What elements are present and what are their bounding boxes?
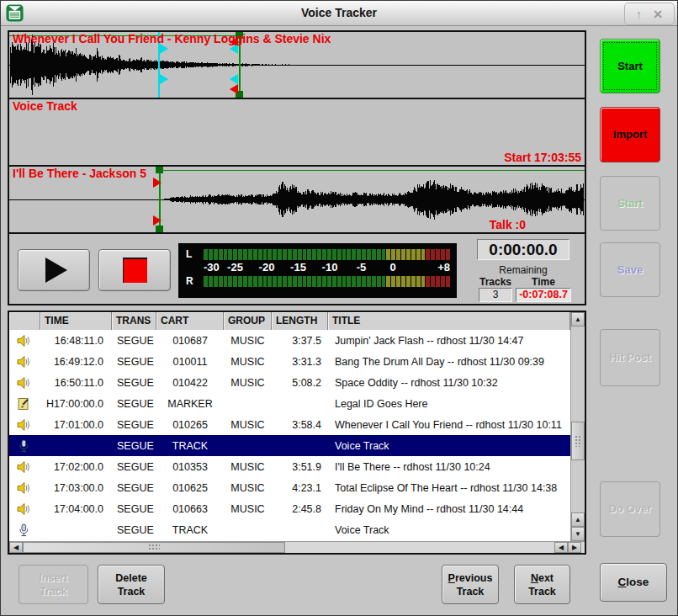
start-marker-icon[interactable] [153, 178, 162, 188]
log-row[interactable]: H17:00:00.0SEGUEMARKERLegal ID Goes Here [9, 393, 570, 414]
cell-cart: 010625 [156, 482, 224, 494]
start-handle-icon[interactable] [156, 226, 163, 232]
remaining-tracks-label: Tracks [477, 276, 514, 288]
start-marker-icon[interactable] [153, 215, 162, 226]
transport-bar: L -30-25-20-15-10-50+8 R 0:00:00.0 Remai… [9, 234, 585, 304]
close-button[interactable]: Close [600, 563, 667, 602]
meter-left-bar [204, 249, 450, 260]
meter-right-bar [204, 276, 450, 287]
cell-group: MUSIC [224, 503, 272, 515]
column-header-trans[interactable]: TRANS [112, 312, 156, 330]
play-button[interactable] [18, 249, 90, 291]
stop-icon [123, 258, 147, 283]
delete-track-button[interactable]: Delete Track [98, 565, 165, 604]
close-window-icon[interactable]: ✕ [653, 8, 663, 20]
vertical-scroll-thumb[interactable] [571, 422, 585, 460]
cell-length: 3:51.9 [272, 461, 328, 473]
waveform-group: Whenever I Call You Friend - Kenny Loggi… [8, 30, 586, 305]
column-header-length[interactable]: LENGTH [272, 312, 328, 330]
speaker-icon [9, 355, 40, 369]
cell-group: MUSIC [224, 482, 272, 494]
cell-time: H17:00:00.0 [40, 398, 112, 410]
waveform-panel-track1[interactable]: Whenever I Call You Friend - Kenny Loggi… [9, 32, 585, 99]
track1-title: Whenever I Call You Friend - Kenny Loggi… [13, 32, 331, 45]
cell-cart: TRACK [156, 440, 224, 452]
log-table: TIMETRANSCARTGROUPLENGTHTITLE 16:48:11.0… [8, 311, 586, 555]
cell-time: 16:48:11.0 [40, 335, 112, 347]
cell-title: Space Oddity -- rdhost 11/30 10:32 [328, 377, 570, 389]
scroll-right-icon[interactable]: ▶ [568, 542, 581, 553]
cell-length: 2:45.8 [272, 503, 328, 515]
horizontal-scrollbar[interactable]: ◀ ◀ ▶ [9, 541, 585, 553]
meter-tick: 0 [389, 261, 395, 274]
cell-cart: 010265 [156, 419, 224, 431]
cell-time: 17:02:00.0 [40, 461, 112, 473]
cell-cart: 010663 [156, 503, 224, 515]
cell-title: Friday On My Mind -- rdhost 11/30 14:44 [328, 503, 570, 515]
import-button[interactable]: Import [600, 107, 660, 162]
talk-marker-icon[interactable] [160, 74, 168, 84]
cell-length: 4:23.1 [272, 482, 328, 494]
column-header-cart[interactable]: CART [156, 312, 224, 330]
cell-title: Total Eclipse Of The Heart -- rdhost 11/… [328, 482, 570, 494]
next-track-button[interactable]: Next Track [514, 565, 570, 604]
cell-trans: SEGUE [112, 482, 156, 494]
cell-title: Bang The Drum All Day -- rdhost 11/30 09… [328, 356, 570, 368]
start-recording-button[interactable]: Start [600, 39, 660, 93]
log-row[interactable]: 17:03:00.0SEGUE010625MUSIC4:23.1Total Ec… [9, 477, 570, 498]
scroll-left-icon[interactable]: ◀ [9, 542, 23, 553]
log-row[interactable]: 16:48:11.0SEGUE010687MUSIC3:37.5Jumpin' … [9, 330, 570, 351]
cell-trans: SEGUE [112, 419, 156, 431]
play-icon [45, 258, 67, 283]
speaker-icon [9, 481, 40, 495]
speaker-icon [9, 460, 40, 474]
cell-time: 16:49:12.0 [40, 356, 112, 368]
remaining-tracks-value: 3 [479, 288, 512, 302]
meter-tick: -5 [357, 261, 367, 274]
column-header-title[interactable]: TITLE [328, 312, 570, 330]
cell-title: Voice Track [328, 524, 570, 536]
log-row-selected[interactable]: SEGUETRACKVoice Track [9, 435, 570, 456]
speaker-icon [9, 334, 40, 348]
cell-title: I'll Be There -- rdhost 11/30 10:24 [328, 461, 570, 473]
waveform-panel-voicetrack[interactable]: Voice Track Start 17:03:55 [9, 99, 585, 167]
cell-length: 3:37.5 [272, 335, 328, 347]
log-row[interactable]: 17:04:00.0SEGUE010663MUSIC2:45.8Friday O… [9, 498, 570, 519]
scroll-up-icon[interactable]: ▲ [571, 312, 585, 327]
mic-icon [9, 439, 40, 453]
horizontal-scroll-thumb[interactable] [23, 542, 285, 553]
scroll-left-icon[interactable]: ◀ [554, 542, 568, 553]
cell-title: Jumpin' Jack Flash -- rdhost 11/30 14:47 [328, 335, 570, 347]
cell-time: 17:01:00.0 [40, 419, 112, 431]
window-controls: ↑ ✕ [624, 3, 675, 25]
cell-trans: SEGUE [112, 398, 156, 410]
log-row[interactable]: 17:02:00.0SEGUE010353MUSIC3:51.9I'll Be … [9, 456, 570, 477]
cell-cart: TRACK [156, 524, 224, 536]
waveform-panel-track2[interactable]: I'll Be There - Jackson 5 Talk :0 [9, 167, 585, 234]
column-header-time[interactable]: TIME [40, 312, 112, 330]
meter-tick: -10 [322, 261, 338, 274]
scroll-down-icon[interactable]: ▼ [571, 527, 585, 541]
speaker-icon [9, 502, 40, 516]
column-header-icon[interactable] [9, 312, 40, 330]
previous-track-button[interactable]: Previous Track [442, 565, 499, 604]
save-button: Save [600, 242, 660, 297]
cell-length: 5:08.2 [272, 377, 328, 389]
stop-button[interactable] [98, 249, 171, 291]
voicetrack-title: Voice Track [13, 99, 77, 113]
column-header-group[interactable]: GROUP [224, 312, 272, 330]
log-row[interactable]: 16:50:11.0SEGUE010422MUSIC5:08.2Space Od… [9, 372, 570, 393]
log-row[interactable]: 17:01:00.0SEGUE010265MUSIC3:58.4Whenever… [9, 414, 570, 435]
scroll-up-icon[interactable]: ▲ [571, 512, 585, 527]
log-row[interactable]: 16:49:12.0SEGUE010011MUSIC3:31.3Bang The… [9, 351, 570, 372]
vertical-scrollbar[interactable]: ▲ ▲ ▼ [570, 312, 585, 541]
start-handle-icon[interactable] [156, 167, 163, 173]
cell-group: MUSIC [224, 377, 272, 389]
cell-time: 16:50:11.0 [40, 377, 112, 389]
speaker-icon [9, 418, 40, 432]
cell-group: MUSIC [224, 335, 272, 347]
talk-end-marker-icon[interactable] [230, 74, 238, 84]
shade-window-icon[interactable]: ↑ [636, 8, 642, 20]
end-marker-icon[interactable] [230, 84, 238, 94]
log-row[interactable]: SEGUETRACKVoice Track [9, 519, 570, 540]
